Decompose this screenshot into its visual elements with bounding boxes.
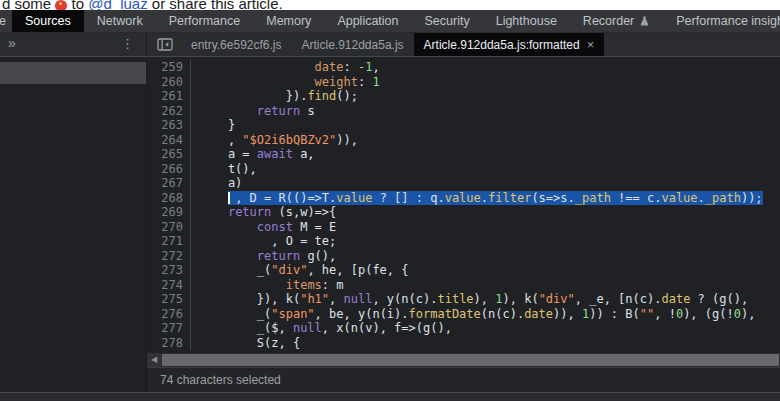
code-line[interactable]: 275 }), k("h1", null, y(n(c).title), 1),… bbox=[147, 292, 780, 307]
line-number[interactable]: 272 bbox=[147, 249, 191, 264]
code-token: )), bbox=[553, 307, 582, 321]
file-tab-article-912dda5a-js[interactable]: Article.912dda5a.js bbox=[292, 33, 414, 56]
code-line[interactable]: 271 , O = te; bbox=[147, 234, 780, 249]
code-line[interactable]: 261 }).find(); bbox=[147, 89, 780, 104]
line-text: return (s,w)=>{ bbox=[191, 205, 336, 220]
code-token: date bbox=[315, 60, 344, 74]
code-token: ), k( bbox=[503, 292, 539, 306]
selected-code: value bbox=[661, 191, 697, 205]
code-line[interactable]: 268 , D = R(()=>T.value ? [] : q.value.f… bbox=[147, 191, 780, 206]
code-line[interactable]: 264 , "$O2i6bQBZv2")), bbox=[147, 133, 780, 148]
navigator-menu-icon[interactable]: ⋮ bbox=[121, 36, 134, 51]
line-number[interactable]: 264 bbox=[147, 133, 191, 148]
tab-security[interactable]: Security bbox=[412, 10, 483, 32]
scrollbar-thumb[interactable] bbox=[161, 353, 780, 367]
tab-label: Memory bbox=[266, 14, 311, 28]
selected-code: !== c. bbox=[611, 191, 662, 205]
code-line[interactable]: 259 date: -1, bbox=[147, 60, 780, 75]
code-line[interactable]: 267 a) bbox=[147, 176, 780, 191]
code-token: , ! bbox=[654, 307, 676, 321]
tab-application[interactable]: Application bbox=[324, 10, 411, 32]
code-line[interactable]: 266 t(), bbox=[147, 162, 780, 177]
navigator-selected-item[interactable] bbox=[0, 62, 146, 84]
code-token: a) bbox=[199, 176, 242, 190]
line-number[interactable]: 268 bbox=[147, 191, 191, 206]
tab-console-cutoff[interactable]: e bbox=[0, 14, 6, 28]
line-number[interactable]: 270 bbox=[147, 220, 191, 235]
line-text: a) bbox=[191, 176, 242, 191]
horizontal-scrollbar[interactable]: ◀ bbox=[147, 353, 780, 367]
more-navigator-tabs-button[interactable]: » bbox=[8, 35, 16, 51]
line-number[interactable]: 271 bbox=[147, 234, 191, 249]
line-number[interactable]: 267 bbox=[147, 176, 191, 191]
line-text: items: m bbox=[191, 278, 344, 293]
line-number[interactable]: 263 bbox=[147, 118, 191, 133]
code-line[interactable]: 272 return g(), bbox=[147, 249, 780, 264]
editor-statusbar: 74 characters selected bbox=[147, 367, 780, 392]
line-text: } bbox=[191, 118, 235, 133]
line-number[interactable]: 266 bbox=[147, 162, 191, 177]
tab-memory[interactable]: Memory bbox=[253, 10, 324, 32]
code-token: t(), bbox=[199, 162, 257, 176]
line-text: , O = te; bbox=[191, 234, 336, 249]
code-token: ), bbox=[741, 307, 755, 321]
scroll-left-button[interactable]: ◀ bbox=[147, 353, 161, 367]
code-token: }). bbox=[199, 89, 307, 103]
code-token: : bbox=[358, 75, 372, 89]
tab-label: Network bbox=[97, 14, 143, 28]
tab-network[interactable]: Network bbox=[84, 10, 156, 32]
line-number[interactable]: 275 bbox=[147, 292, 191, 307]
line-number[interactable]: 261 bbox=[147, 89, 191, 104]
line-number[interactable]: 274 bbox=[147, 278, 191, 293]
file-tab-entry-6e592cf6-js[interactable]: entry.6e592cf6.js bbox=[181, 33, 292, 56]
line-number[interactable]: 277 bbox=[147, 321, 191, 336]
line-number[interactable]: 269 bbox=[147, 205, 191, 220]
code-token bbox=[199, 249, 257, 263]
code-line[interactable]: 278 S(z, { bbox=[147, 336, 780, 351]
line-number[interactable]: 259 bbox=[147, 60, 191, 75]
code-line[interactable]: 273 _("div", he, [p(fe, { bbox=[147, 263, 780, 278]
code-line[interactable]: 265 a = await a, bbox=[147, 147, 780, 162]
line-number[interactable]: 260 bbox=[147, 75, 191, 90]
tab-lighthouse[interactable]: Lighthouse bbox=[483, 10, 570, 32]
sources-toolbar-row: » ⋮ entry.6e592cf6.jsArticle.912dda5a.js… bbox=[0, 33, 780, 57]
line-text: }), k("h1", null, y(n(c).title), 1), k("… bbox=[191, 292, 748, 307]
selected-code: filter bbox=[488, 191, 531, 205]
tab-sources[interactable]: Sources bbox=[12, 10, 84, 32]
line-number[interactable]: 276 bbox=[147, 307, 191, 322]
line-text: t(), bbox=[191, 162, 257, 177]
code-line[interactable]: 260 weight: 1 bbox=[147, 75, 780, 90]
tab-recorder[interactable]: Recorder bbox=[570, 10, 663, 32]
twitter-handle-link[interactable]: @d_luaz bbox=[88, 0, 147, 10]
code-token: ), (g(! bbox=[683, 307, 734, 321]
line-number[interactable]: 265 bbox=[147, 147, 191, 162]
code-line[interactable]: 262 return s bbox=[147, 104, 780, 119]
toggle-navigator-icon[interactable] bbox=[147, 33, 181, 56]
line-number[interactable]: 273 bbox=[147, 263, 191, 278]
code-line[interactable]: 270 const M = E bbox=[147, 220, 780, 235]
file-tab-article-912dda5a-js-formatted[interactable]: Article.912dda5a.js:formatted× bbox=[414, 33, 605, 56]
code-token: : m bbox=[322, 278, 344, 292]
code-line[interactable]: 274 items: m bbox=[147, 278, 780, 293]
code-token: (s,w)=>{ bbox=[271, 205, 336, 219]
source-editor[interactable]: 259 date: -1,260 weight: 1261 }).find();… bbox=[147, 57, 780, 356]
code-line[interactable]: 269 return (s,w)=>{ bbox=[147, 205, 780, 220]
code-token: -1 bbox=[358, 60, 372, 74]
tab-performance[interactable]: Performance bbox=[156, 10, 254, 32]
text-cursor bbox=[228, 192, 230, 204]
line-text: }).find(); bbox=[191, 89, 358, 104]
line-text: return s bbox=[191, 104, 315, 119]
code-line[interactable]: 276 _("span", be, y(n(i).formatDate(n(c)… bbox=[147, 307, 780, 322]
line-number[interactable]: 278 bbox=[147, 336, 191, 351]
code-token: , be, y(n(i). bbox=[315, 307, 409, 321]
code-token bbox=[199, 104, 257, 118]
navigator-sidebar[interactable] bbox=[0, 57, 147, 392]
tab-performance-insights[interactable]: Performance insights bbox=[663, 10, 780, 32]
code-line[interactable]: 263 } bbox=[147, 118, 780, 133]
line-number[interactable]: 262 bbox=[147, 104, 191, 119]
close-tab-icon[interactable]: × bbox=[587, 38, 595, 51]
line-text: date: -1, bbox=[191, 60, 380, 75]
line-text: , D = R(()=>T.value ? [] : q.value.filte… bbox=[191, 191, 763, 206]
code-line[interactable]: 277 _($, null, x(n(v), f=>(g(), bbox=[147, 321, 780, 336]
code-token bbox=[199, 75, 315, 89]
